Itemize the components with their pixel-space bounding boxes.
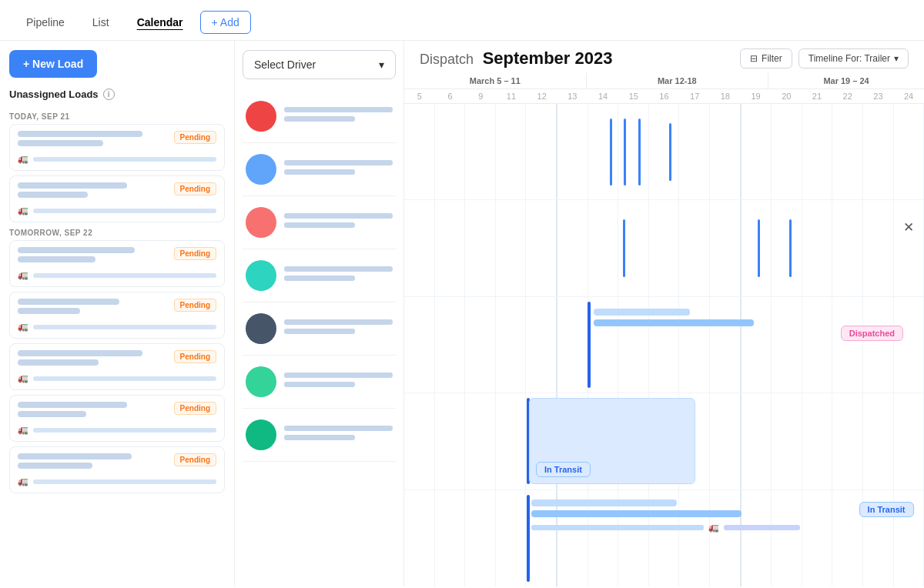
pending-badge: Pending	[174, 247, 216, 260]
main-content: + New Load Unassigned Loads i TODAY, SEP…	[0, 41, 924, 586]
driver-name-line	[284, 107, 393, 112]
avatar	[246, 207, 276, 238]
hbar	[724, 525, 800, 530]
tab-pipeline[interactable]: Pipeline	[15, 12, 75, 33]
avatar	[246, 154, 276, 185]
bottom-line	[33, 325, 216, 329]
driver-name-line	[284, 213, 393, 219]
filter-button[interactable]: ⊟ Filter	[740, 48, 792, 68]
driver-detail-line	[284, 329, 355, 334]
tab-calendar[interactable]: Calendar	[126, 12, 194, 33]
truck-icon: 🚛	[18, 205, 28, 215]
load-card[interactable]: Pending 🚛	[9, 395, 225, 442]
vbar	[624, 119, 626, 185]
load-line	[18, 256, 95, 262]
week-group-1: March 5 – 11	[404, 73, 586, 89]
load-line	[18, 453, 132, 459]
hbar	[594, 309, 690, 316]
pending-badge: Pending	[174, 453, 216, 466]
truck-icon: 🚛	[18, 322, 28, 332]
driver-row[interactable]	[243, 249, 396, 302]
driver-row[interactable]	[243, 356, 396, 409]
tab-list[interactable]: List	[82, 12, 120, 33]
unassigned-header: Unassigned Loads i	[9, 89, 225, 100]
load-line	[18, 131, 142, 137]
gantt-area: Dispatched In Transit	[404, 104, 924, 586]
load-line	[18, 299, 119, 305]
pending-badge: Pending	[174, 182, 216, 195]
load-line	[18, 402, 127, 408]
load-line	[18, 463, 92, 469]
avatar	[246, 313, 276, 344]
driver-row[interactable]	[243, 409, 396, 462]
driver-row[interactable]	[243, 143, 396, 196]
vbar-accent	[588, 302, 591, 388]
truck-icon: 🚛	[18, 373, 28, 383]
intransit2-bars: 🚛	[531, 499, 913, 533]
loads-list: TODAY, SEP 21 Pending 🚛	[9, 106, 225, 586]
driver-row[interactable]	[243, 302, 396, 356]
load-line	[18, 411, 86, 417]
gantt-row-intransit1: In Transit	[404, 393, 924, 489]
dispatched-badge: Dispatched	[841, 326, 903, 341]
timeline-button[interactable]: Timeline For: Trailer ▾	[798, 48, 909, 68]
intransit-badge-1: In Transit	[536, 462, 591, 477]
week-group-2: Mar 12-18	[586, 73, 768, 89]
info-icon: i	[103, 89, 115, 100]
avatar	[246, 366, 276, 397]
truck-icon: 🚛	[18, 154, 28, 164]
avatar	[246, 419, 276, 450]
bottom-line	[33, 209, 216, 213]
driver-rows	[243, 90, 396, 462]
select-driver-dropdown[interactable]: Select Driver ▾	[243, 50, 396, 79]
driver-panel: Select Driver ▾	[235, 41, 404, 586]
load-card[interactable]: Pending 🚛	[9, 343, 225, 390]
vbar	[758, 219, 760, 277]
filter-icon: ⊟	[750, 53, 758, 64]
driver-row[interactable]	[243, 90, 396, 143]
top-nav: Pipeline List Calendar + Add	[0, 0, 924, 41]
load-line	[18, 140, 103, 146]
truck-icon: 🚛	[18, 270, 28, 280]
vbar	[669, 123, 671, 181]
new-load-button[interactable]: + New Load	[9, 50, 97, 78]
avatar	[246, 260, 276, 291]
vbar-accent	[527, 495, 530, 582]
driver-detail-line	[284, 435, 355, 440]
gantt-row-dispatched: Dispatched	[404, 297, 924, 393]
gantt-row-intransit2: 🚛 In Transit ✕	[404, 490, 924, 586]
dispatch-month: September 2023	[483, 48, 613, 68]
week-group-3: Mar 19 – 24	[768, 73, 924, 89]
bottom-line	[33, 428, 216, 433]
load-line	[18, 359, 99, 366]
driver-name-line	[284, 319, 393, 325]
date-label-tomorrow: TOMORROW, SEP 22	[9, 229, 225, 237]
driver-name-line	[284, 373, 393, 378]
bottom-line	[33, 273, 216, 278]
vbar	[610, 119, 612, 185]
gantt-row-1	[404, 104, 924, 200]
pending-badge: Pending	[174, 350, 216, 363]
load-line	[18, 247, 135, 253]
load-card[interactable]: Pending 🚛	[9, 124, 225, 171]
load-card[interactable]: Pending 🚛	[9, 175, 225, 222]
intransit-badge-2: In Transit	[859, 502, 914, 517]
load-line	[18, 192, 88, 198]
pending-badge: Pending	[174, 299, 216, 312]
intransit-block: In Transit	[529, 398, 695, 484]
chevron-down-icon: ▾	[379, 58, 384, 71]
vbar	[623, 219, 625, 277]
close-button[interactable]: ✕	[903, 219, 914, 236]
pending-badge: Pending	[174, 131, 216, 144]
dispatch-label: Dispatch	[420, 52, 474, 67]
date-label-today: TODAY, SEP 21	[9, 112, 225, 121]
driver-row[interactable]	[243, 196, 396, 249]
left-panel: + New Load Unassigned Loads i TODAY, SEP…	[0, 41, 235, 586]
add-button[interactable]: + Add	[200, 11, 251, 34]
load-card[interactable]: Pending 🚛	[9, 240, 225, 287]
driver-detail-line	[284, 382, 355, 387]
load-card[interactable]: Pending 🚛	[9, 446, 225, 493]
bottom-line	[33, 157, 216, 162]
load-card[interactable]: Pending 🚛	[9, 292, 225, 339]
pending-badge: Pending	[174, 402, 216, 415]
